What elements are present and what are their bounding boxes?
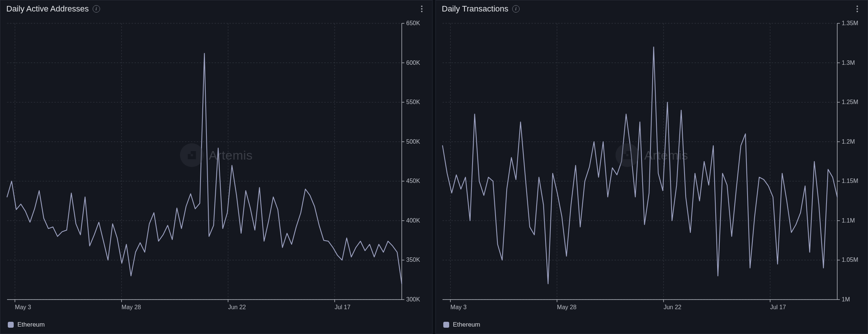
legend-swatch [8,322,14,328]
svg-text:600K: 600K [406,60,420,66]
legend-label: Ethereum [17,321,45,328]
legend: Ethereum [0,318,432,334]
legend-label: Ethereum [453,321,480,328]
chart-area[interactable]: Artemis 300K350K400K450K500K550K600K650K… [0,17,432,318]
svg-text:1M: 1M [842,296,850,303]
svg-text:1.15M: 1.15M [842,178,858,184]
svg-text:Jun 22: Jun 22 [228,304,246,310]
svg-text:450K: 450K [406,178,420,184]
svg-text:1.1M: 1.1M [842,217,855,224]
chart-panel-daily-transactions: Daily Transactions i Artemis 1M1.05M1.1M… [435,0,868,334]
svg-text:May 3: May 3 [15,304,31,310]
chart-panel-daily-active-addresses: Daily Active Addresses i Artemis 300K350… [0,0,433,334]
svg-text:1.05M: 1.05M [842,257,858,263]
svg-text:400K: 400K [406,217,420,224]
panel-header: Daily Transactions i [436,0,868,17]
svg-text:550K: 550K [406,99,420,105]
panel-title-wrap: Daily Transactions i [442,4,520,14]
legend-swatch [443,322,449,328]
panel-title: Daily Active Addresses [6,4,89,14]
svg-text:1.2M: 1.2M [842,138,855,145]
svg-text:300K: 300K [406,296,420,303]
svg-text:May 3: May 3 [450,304,467,310]
svg-text:May 28: May 28 [557,304,577,310]
info-icon[interactable]: i [512,5,520,13]
panel-title-wrap: Daily Active Addresses i [6,4,100,14]
svg-text:Jul 17: Jul 17 [335,304,351,310]
chart-svg: 300K350K400K450K500K550K600K650KMay 3May… [5,20,428,315]
svg-text:500K: 500K [406,138,420,145]
svg-text:1.35M: 1.35M [842,20,858,26]
panel-title: Daily Transactions [442,4,508,14]
legend: Ethereum [436,318,868,334]
kebab-menu-icon[interactable] [853,4,862,13]
svg-text:350K: 350K [406,257,420,263]
chart-area[interactable]: Artemis 1M1.05M1.1M1.15M1.2M1.25M1.3M1.3… [436,17,868,318]
svg-text:May 28: May 28 [122,304,141,310]
svg-text:650K: 650K [406,20,420,26]
svg-text:1.3M: 1.3M [842,60,855,66]
kebab-menu-icon[interactable] [417,4,426,13]
svg-text:Jun 22: Jun 22 [663,304,681,310]
chart-svg: 1M1.05M1.1M1.15M1.2M1.25M1.3M1.35MMay 3M… [440,20,863,315]
svg-text:1.25M: 1.25M [842,99,858,105]
svg-text:Jul 17: Jul 17 [770,304,786,310]
panel-header: Daily Active Addresses i [0,0,432,17]
info-icon[interactable]: i [93,5,100,13]
